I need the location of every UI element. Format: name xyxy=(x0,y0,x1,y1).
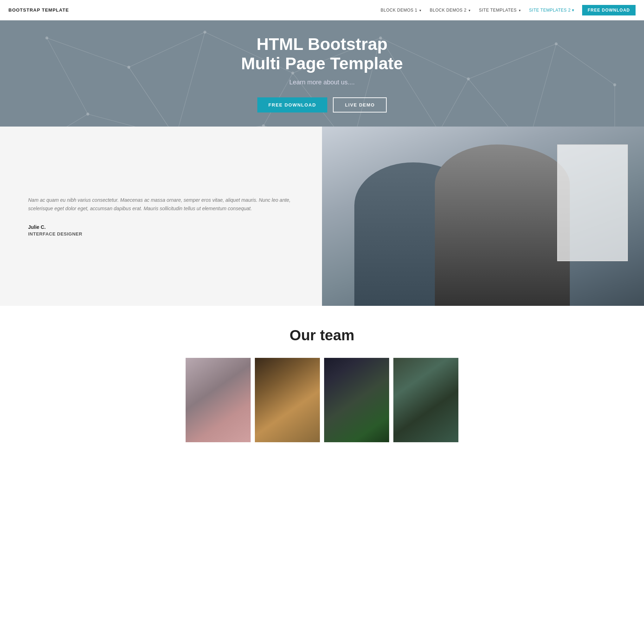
svg-line-10 xyxy=(129,67,175,127)
team-member-3[interactable] xyxy=(324,358,389,442)
team-member-4[interactable] xyxy=(393,358,458,442)
whiteboard-element xyxy=(557,144,628,261)
svg-line-11 xyxy=(176,126,264,127)
svg-line-16 xyxy=(439,79,468,127)
svg-point-34 xyxy=(613,83,616,86)
svg-line-22 xyxy=(29,114,88,127)
navbar-brand: BOOTSTRAP TEMPLATE xyxy=(8,7,69,13)
svg-line-8 xyxy=(88,114,176,127)
chevron-down-icon: ▾ xyxy=(572,8,574,13)
team-photo-2 xyxy=(255,358,320,442)
chevron-down-icon: ▾ xyxy=(469,8,471,12)
nav-site-templates[interactable]: SITE TEMPLATES ▾ xyxy=(475,6,524,15)
navbar: BOOTSTRAP TEMPLATE BLOCK DEMOS 1 ▾ BLOCK… xyxy=(0,0,644,20)
svg-line-18 xyxy=(527,44,556,127)
hero-live-demo-button[interactable]: LIVE DEMO xyxy=(333,97,387,112)
svg-point-37 xyxy=(262,124,265,127)
team-photo-4 xyxy=(393,358,458,442)
about-image-column xyxy=(322,127,644,306)
svg-point-32 xyxy=(467,77,470,80)
nav-free-download-button[interactable]: FREE DOWNLOAD xyxy=(582,5,636,15)
chevron-down-icon: ▾ xyxy=(419,8,421,12)
team-section: Our team xyxy=(0,306,644,456)
chevron-down-icon: ▾ xyxy=(519,8,521,12)
about-photo xyxy=(322,127,644,306)
nav-block-demos-2[interactable]: BLOCK DEMOS 2 ▾ xyxy=(426,6,474,15)
team-section-title: Our team xyxy=(7,327,637,344)
nav-block-demos-1[interactable]: BLOCK DEMOS 1 ▾ xyxy=(377,6,425,15)
hero-subtitle: Learn more about us.... xyxy=(241,79,403,86)
svg-point-29 xyxy=(204,31,206,33)
about-quote: Nam ac quam eu nibh varius consectetur. … xyxy=(28,196,301,213)
svg-point-27 xyxy=(45,37,48,39)
svg-line-26 xyxy=(468,79,527,127)
hero-free-download-button[interactable]: FREE DOWNLOAD xyxy=(257,97,328,112)
svg-line-9 xyxy=(129,67,175,127)
hero-buttons: FREE DOWNLOAD LIVE DEMO xyxy=(241,97,403,112)
svg-line-6 xyxy=(556,44,615,85)
svg-point-28 xyxy=(127,66,130,69)
hero-section: HTML Bootstrap Multi Page Template Learn… xyxy=(0,20,644,127)
about-person-role: INTERFACE DESIGNER xyxy=(28,231,301,237)
svg-point-33 xyxy=(555,42,558,45)
svg-line-5 xyxy=(468,44,556,79)
svg-line-7 xyxy=(47,38,88,114)
team-photo-3 xyxy=(324,358,389,442)
person-silhouette-2 xyxy=(435,144,570,306)
about-section: Nam ac quam eu nibh varius consectetur. … xyxy=(0,127,644,306)
nav-site-templates-2[interactable]: SITE TEMPLATES 2 ▾ xyxy=(526,6,578,15)
about-text-column: Nam ac quam eu nibh varius consectetur. … xyxy=(0,127,322,306)
team-grid xyxy=(167,358,477,442)
hero-content: HTML Bootstrap Multi Page Template Learn… xyxy=(241,34,403,112)
team-member-1[interactable] xyxy=(186,358,251,442)
navbar-links: BLOCK DEMOS 1 ▾ BLOCK DEMOS 2 ▾ SITE TEM… xyxy=(377,5,636,15)
svg-line-0 xyxy=(47,38,129,67)
team-photo-1 xyxy=(186,358,251,442)
team-member-2[interactable] xyxy=(255,358,320,442)
svg-point-35 xyxy=(86,112,89,115)
about-person-name: Julie C. xyxy=(28,224,301,230)
svg-line-1 xyxy=(129,32,205,67)
svg-line-21 xyxy=(176,32,205,127)
hero-title: HTML Bootstrap Multi Page Template xyxy=(241,34,403,73)
